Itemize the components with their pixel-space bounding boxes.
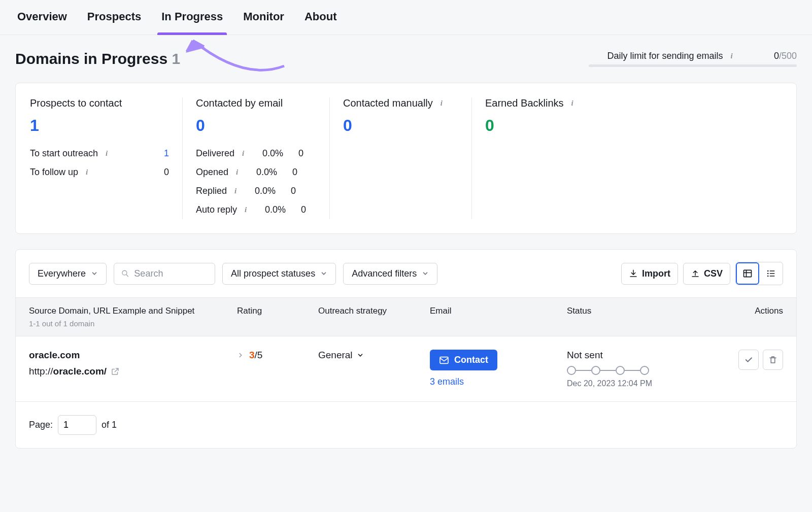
status-filter-dropdown[interactable]: All prospect statuses (222, 263, 336, 285)
page-of-label: of 1 (101, 420, 117, 430)
to-followup-value: 0 (156, 167, 169, 178)
th-source: Source Domain, URL Example and Snippet (29, 306, 194, 316)
page-label: Page: (29, 420, 53, 430)
pagination: Page: of 1 (16, 402, 796, 448)
svg-rect-2 (744, 270, 752, 277)
to-start-value[interactable]: 1 (156, 148, 169, 159)
status-text: Not sent (567, 350, 684, 361)
tab-prospects[interactable]: Prospects (83, 0, 145, 35)
svg-point-3 (767, 270, 769, 272)
stat-contacted-manual: Contacted manually i 0 (329, 97, 471, 219)
view-list-button[interactable] (759, 262, 783, 285)
list-view-icon (766, 268, 776, 279)
opened-label: Opened (196, 167, 228, 178)
daily-limit-current: 0 (774, 51, 779, 61)
th-status: Status (567, 306, 684, 328)
domain-url[interactable]: http://oracle.com/ (29, 366, 237, 377)
info-icon[interactable]: i (727, 52, 736, 61)
info-icon[interactable]: i (82, 168, 91, 177)
page-title-count: 1 (172, 50, 180, 67)
chevron-down-icon (357, 352, 364, 359)
tab-monitor[interactable]: Monitor (239, 0, 288, 35)
download-icon (629, 269, 638, 278)
chevron-down-icon (422, 270, 429, 277)
stat-prospects-value[interactable]: 1 (30, 116, 169, 135)
info-icon[interactable]: i (568, 99, 577, 108)
daily-limit-max: /500 (779, 51, 797, 61)
upload-icon (691, 269, 700, 278)
stat-contacted-manual-title: Contacted manually (343, 97, 433, 109)
stat-contacted-email-title: Contacted by email (196, 97, 316, 109)
page-input[interactable] (58, 415, 96, 435)
autoreply-n: 0 (291, 204, 306, 215)
stat-prospects: Prospects to contact 1 To start outreach… (30, 97, 182, 219)
th-source-sub: 1-1 out of 1 domain (29, 319, 237, 328)
delivered-n: 0 (288, 148, 303, 159)
top-tabs: Overview Prospects In Progress Monitor A… (0, 0, 812, 35)
chevron-down-icon (320, 270, 327, 277)
svg-rect-6 (440, 357, 448, 363)
th-email: Email (430, 306, 567, 328)
to-start-label: To start outreach (30, 148, 98, 159)
mark-done-button[interactable] (738, 350, 759, 370)
info-icon[interactable]: i (102, 149, 111, 158)
page-title: Domains in Progress 1 (15, 50, 180, 67)
replied-label: Replied (196, 186, 227, 196)
mail-icon (439, 356, 449, 364)
strategy-dropdown[interactable]: General (318, 350, 430, 361)
daily-limit: Daily limit for sending emails i 0/500 (589, 51, 797, 67)
info-icon[interactable]: i (231, 187, 240, 196)
search-box[interactable] (114, 263, 215, 285)
import-button[interactable]: Import (621, 263, 678, 285)
search-icon (121, 269, 129, 278)
th-rating: Rating (237, 306, 318, 328)
rating[interactable]: 3/5 (237, 350, 318, 361)
stat-earned-backlinks: Earned Backlinks i 0 (471, 97, 614, 219)
table-view-icon (742, 268, 753, 279)
delete-button[interactable] (763, 350, 783, 370)
to-followup-label: To follow up (30, 167, 78, 178)
daily-limit-label: Daily limit for sending emails (607, 51, 723, 61)
advanced-filters-dropdown[interactable]: Advanced filters (343, 263, 437, 285)
autoreply-pct: 0.0% (255, 204, 286, 215)
info-icon[interactable]: i (239, 149, 248, 158)
th-strategy: Outreach strategy (318, 306, 430, 328)
svg-point-1 (122, 270, 127, 275)
stat-earned-value[interactable]: 0 (485, 116, 600, 135)
autoreply-label: Auto reply (196, 204, 237, 215)
trash-icon (768, 355, 777, 364)
tab-overview[interactable]: Overview (13, 0, 71, 35)
chevron-right-icon (237, 352, 244, 359)
emails-link[interactable]: 3 emails (430, 377, 567, 387)
stat-contacted-email-value[interactable]: 0 (196, 116, 316, 135)
table-toolbar: Everywhere All prospect statuses Advance… (16, 250, 796, 297)
svg-point-4 (767, 273, 769, 275)
chevron-down-icon (91, 270, 98, 277)
scope-dropdown[interactable]: Everywhere (29, 263, 107, 285)
table-header: Source Domain, URL Example and Snippet 1… (16, 297, 796, 336)
contact-button[interactable]: Contact (430, 350, 497, 370)
replied-n: 0 (281, 186, 296, 196)
domain-name[interactable]: oracle.com (29, 350, 237, 361)
info-icon[interactable]: i (232, 168, 242, 177)
stat-prospects-title: Prospects to contact (30, 97, 169, 109)
delivered-label: Delivered (196, 148, 234, 159)
csv-export-button[interactable]: CSV (683, 263, 730, 285)
check-icon (744, 355, 753, 364)
info-icon[interactable]: i (241, 206, 250, 215)
tab-in-progress[interactable]: In Progress (157, 0, 227, 35)
search-input[interactable] (134, 268, 208, 279)
info-icon[interactable]: i (437, 99, 446, 108)
status-progress (567, 366, 684, 375)
svg-point-5 (767, 276, 769, 277)
stat-contacted-email: Contacted by email 0 Deliveredi 0.0% 0 O… (182, 97, 329, 219)
stat-contacted-manual-value[interactable]: 0 (343, 116, 458, 135)
status-date: Dec 20, 2023 12:04 PM (567, 379, 684, 388)
table-row: oracle.com http://oracle.com/ 3/5 Genera… (16, 336, 796, 402)
stats-card: Prospects to contact 1 To start outreach… (15, 83, 797, 234)
view-table-button[interactable] (736, 262, 759, 285)
opened-n: 0 (282, 167, 297, 178)
delivered-pct: 0.0% (253, 148, 283, 159)
tab-about[interactable]: About (300, 0, 341, 35)
table-card: Everywhere All prospect statuses Advance… (15, 249, 797, 449)
